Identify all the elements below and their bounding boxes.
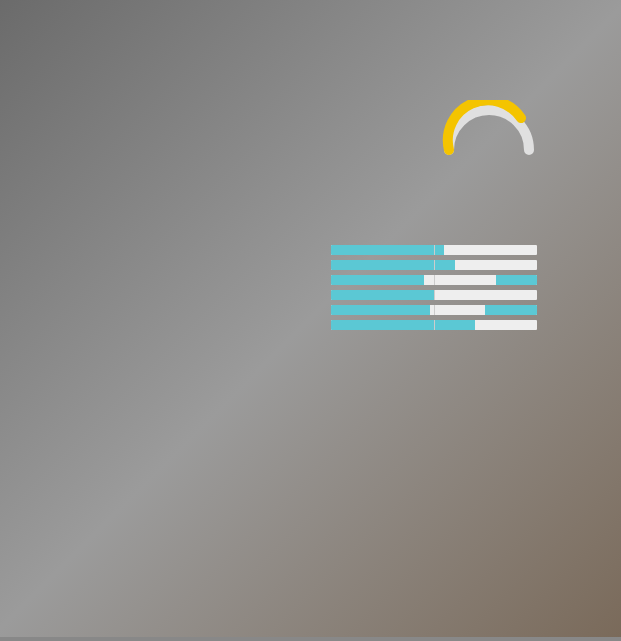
bar-factual-fill [331,260,455,270]
bar-center-line2 [434,260,435,270]
bar-center-line [434,245,435,255]
bar-visual [331,275,537,285]
bar-center-line5 [434,305,435,315]
bar-factual [331,260,537,270]
bar-perceiving [331,320,537,330]
bar-perceiving-fill [331,320,475,330]
bar-linear-fill [331,290,434,300]
bar-visual-right [496,275,537,285]
bar-introversion-fill [331,245,444,255]
bar-linear [331,290,537,300]
bar-visual-left [331,275,424,285]
bar-thinking-right [485,305,537,315]
bar-thinking [331,305,537,315]
gauge-container [439,100,539,155]
bar-center-line6 [434,320,435,330]
bar-thinking-left [331,305,430,315]
bar-center-line3 [434,275,435,285]
gauge-svg [439,100,539,155]
bar-introversion [331,245,537,255]
bar-center-line4 [434,290,435,300]
